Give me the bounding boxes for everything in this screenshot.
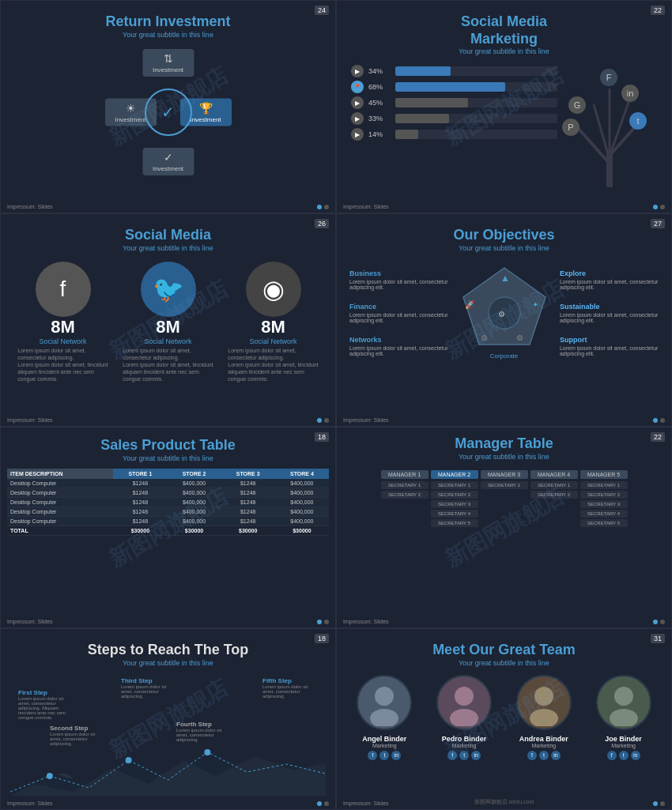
gr-num: 8M bbox=[261, 317, 285, 337]
member-name-angel: Angel Binder bbox=[362, 735, 406, 743]
table-row: Desktop Computer $1248$400,000 $1248$400… bbox=[7, 507, 329, 516]
sec-5-4: SECRETARY 4 bbox=[580, 510, 628, 518]
member-name-joe: Joe Binder bbox=[605, 735, 642, 743]
bar-fill-3 bbox=[395, 98, 468, 107]
inv-box-top: ⇅ Investment bbox=[142, 49, 194, 77]
sec-4-1: SECRETARY 1 bbox=[530, 481, 578, 489]
member-role-andrea: Marketing bbox=[532, 743, 557, 748]
gr-desc: Lorem ipsum dolor sit amet,consectetur a… bbox=[228, 347, 318, 382]
slide-num-3: 26 bbox=[315, 219, 329, 228]
svg-point-28 bbox=[610, 709, 638, 726]
product-table: ITEM DESCRIPTION STORE 1 STORE 2 STORE 3… bbox=[7, 469, 329, 536]
fb-label: Social Network bbox=[39, 337, 86, 345]
slide-title-1: Return Investment bbox=[10, 13, 326, 31]
bar-icon-1: ▶ bbox=[351, 65, 364, 77]
andrea-tw: t bbox=[539, 751, 549, 760]
step-fifth: Fifth Step Lorem ipsum dolor sit amet, c… bbox=[262, 677, 318, 699]
mgr-col-1: SECRETARY 1 SECRETARY 2 bbox=[381, 481, 428, 527]
slide-footer-7: Impressum: Slides bbox=[7, 801, 53, 806]
svg-line-4 bbox=[610, 100, 629, 156]
slide-subtitle-4: Your great subtitle in this line bbox=[346, 244, 662, 252]
sec-1-1: SECRETARY 1 bbox=[381, 481, 428, 489]
member-role-pedro: Marketing bbox=[452, 743, 477, 748]
svg-text:✦: ✦ bbox=[532, 300, 538, 309]
mgr-2: MANAGER 2 bbox=[431, 470, 478, 479]
member-andrea: Andrea Binder Marketing f t in bbox=[509, 675, 579, 760]
member-name-pedro: Pedro Binder bbox=[442, 735, 487, 743]
inv-center: ⇅ Investment ☀ Investment 🏆 Investment ✓… bbox=[105, 49, 232, 175]
svg-point-25 bbox=[534, 687, 553, 706]
sec-2-4: SECRETARY 4 bbox=[431, 510, 478, 518]
social-col-tw: 🐦 8M Social Network Lorem ipsum dolor si… bbox=[121, 262, 216, 382]
svg-text:⚙: ⚙ bbox=[498, 310, 505, 318]
table-row: Desktop Computer $1248$400,000 $1248$400… bbox=[7, 497, 329, 507]
social-col-gr: ◉ 8M Social Network Lorem ipsum dolor si… bbox=[226, 262, 321, 382]
bar-row-5: ▶ 14% bbox=[351, 128, 557, 141]
member-angel: Angel Binder Marketing f t in bbox=[349, 675, 419, 760]
slide-subtitle-8: Your great subtitle in this line bbox=[346, 659, 662, 667]
bar-chart-container: ▶ 34% 📍 68% ▶ 45% ▶ bbox=[346, 62, 662, 194]
slide-return-investment: 新图网旗舰店 24 Return Investment Your great s… bbox=[0, 0, 336, 213]
slide-num-6: 22 bbox=[651, 432, 665, 442]
investment-diagram: ⇅ Investment ☀ Investment 🏆 Investment ✓… bbox=[10, 45, 326, 179]
mgr-4: MANAGER 4 bbox=[530, 470, 578, 479]
member-role-angel: Marketing bbox=[372, 743, 397, 748]
fb-desc: Lorem ipsum dolor sit amet,consectetur a… bbox=[17, 347, 108, 382]
pedro-tw: t bbox=[459, 751, 469, 760]
svg-point-26 bbox=[530, 709, 558, 726]
pedro-li: in bbox=[471, 751, 481, 760]
obj-networks: Networks Lorem ipsum dolor sit amet, con… bbox=[349, 336, 448, 356]
sec-5-2: SECRETARY 2 bbox=[580, 491, 628, 499]
obj-explore: Explore Lorem ipsum dolor sit amet, cons… bbox=[560, 269, 659, 290]
slide-num-1: 24 bbox=[315, 6, 329, 15]
fb-num: 8M bbox=[51, 317, 75, 337]
svg-point-19 bbox=[126, 757, 132, 763]
slide-steps: 新图网旗舰店 18 Steps to Reach The Top Your gr… bbox=[0, 628, 336, 810]
bar-chart: ▶ 34% 📍 68% ▶ 45% ▶ bbox=[351, 65, 557, 191]
svg-text:⚙: ⚙ bbox=[516, 333, 523, 342]
table-row: Desktop Computer $1248$400,000 $1248$400… bbox=[7, 516, 329, 526]
objectives-center: ▲ ✦ ⚙ ⚙ 🚀 ⚙ Corporate bbox=[451, 262, 557, 364]
bar-icon-3: ▶ bbox=[351, 96, 364, 109]
svg-line-3 bbox=[594, 104, 610, 160]
andrea-li: in bbox=[551, 751, 561, 760]
mgr-col-5: SECRETARY 1 SECRETARY 2 SECRETARY 3 SECR… bbox=[580, 481, 628, 527]
pedro-fb: f bbox=[447, 751, 457, 760]
gr-circle: ◉ bbox=[246, 262, 301, 317]
slide-subtitle-5: Your great subtitle in this line bbox=[7, 454, 329, 462]
svg-point-27 bbox=[614, 687, 633, 706]
inv-box-bottom: ✓ Investment bbox=[142, 148, 194, 175]
team-members-row: Angel Binder Marketing f t in Pedro Bind… bbox=[346, 675, 662, 760]
gr-label: Social Network bbox=[249, 337, 296, 345]
member-social-andrea: f t in bbox=[527, 751, 561, 760]
member-name-andrea: Andrea Binder bbox=[519, 735, 568, 743]
secretary-rows: SECRETARY 1 SECRETARY 2 SECRETARY 1 SECR… bbox=[343, 481, 665, 527]
sec-2-2: SECRETARY 2 bbox=[431, 491, 478, 499]
slide-footer-right-7 bbox=[317, 801, 329, 806]
member-photo-joe bbox=[596, 675, 651, 730]
slide-footer-right-5 bbox=[317, 620, 329, 624]
slide-footer-2: Impressum: Slides bbox=[343, 204, 389, 209]
mgr-1: MANAGER 1 bbox=[381, 470, 428, 479]
joe-tw: t bbox=[619, 751, 629, 760]
svg-point-18 bbox=[47, 773, 53, 779]
slide-title-7: Steps to Reach The Top bbox=[10, 642, 326, 659]
member-photo-pedro bbox=[436, 675, 492, 730]
slide-footer-right-1 bbox=[317, 205, 329, 209]
objectives-left: Business Lorem ipsum dolor sit amet, con… bbox=[349, 269, 448, 356]
slide-social-media-marketing: 新图网旗舰店 22 Social MediaMarketing Your gre… bbox=[336, 0, 672, 213]
member-social-joe: f t in bbox=[607, 751, 640, 760]
tw-num: 8M bbox=[156, 317, 180, 337]
joe-fb: f bbox=[607, 751, 617, 760]
slide-title-3: Social Media bbox=[10, 227, 326, 244]
andrea-fb: f bbox=[527, 751, 537, 760]
slide-footer-5: Impressum: Slides bbox=[7, 619, 53, 624]
member-photo-angel bbox=[357, 675, 412, 730]
sec-5-3: SECRETARY 3 bbox=[580, 500, 628, 508]
table-header-row: ITEM DESCRIPTION STORE 1 STORE 2 STORE 3… bbox=[7, 469, 329, 479]
slide-footer-brand-8: 新图网旗舰店 ixintu.com bbox=[474, 798, 534, 806]
bar-track-5 bbox=[395, 130, 557, 139]
bar-track-2 bbox=[395, 82, 557, 92]
sec-3-1: SECRETARY 1 bbox=[481, 481, 528, 489]
sec-2-1: SECRETARY 1 bbox=[431, 481, 478, 489]
